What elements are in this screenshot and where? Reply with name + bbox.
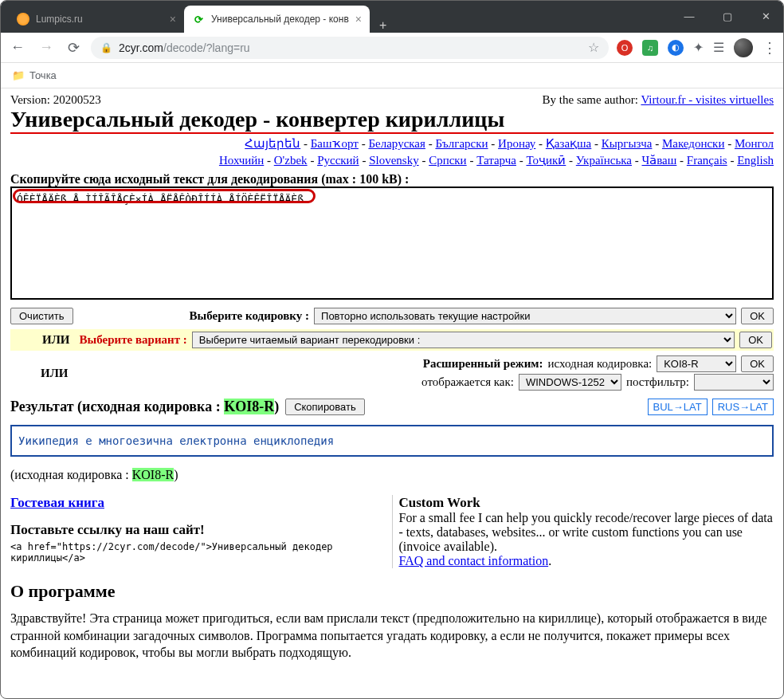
same-author-prefix: By the same author:	[543, 93, 641, 106]
address-bar[interactable]: 🔒 2cyr.com/decode/?lang=ru ☆	[91, 37, 609, 59]
lang-link[interactable]: Беларуская	[368, 137, 425, 150]
faq-link[interactable]: FAQ and contact information	[399, 554, 549, 567]
close-icon[interactable]: ×	[355, 13, 362, 26]
guestbook-link[interactable]: Гостевая книга	[10, 495, 104, 510]
menu-icon[interactable]: ⋮	[762, 39, 777, 57]
or-label: ИЛИ	[41, 367, 69, 380]
back-button[interactable]: ←	[7, 36, 28, 59]
lang-link[interactable]: Български	[435, 137, 488, 150]
bookmark-item[interactable]: Точка	[29, 69, 57, 81]
right-column: Custom Work For a small fee I can help y…	[399, 495, 774, 568]
lang-link[interactable]: Српски	[429, 154, 467, 167]
lang-link[interactable]: Українська	[576, 154, 632, 167]
tab-title: Lumpics.ru	[36, 14, 163, 25]
source-encoding-select[interactable]: KOI8-R	[657, 355, 736, 372]
maximize-icon[interactable]: ▢	[716, 10, 739, 22]
page-title: Универсальный декодер - конвертер кирилл…	[10, 107, 774, 134]
lang-link[interactable]: Чӑваш	[641, 154, 676, 167]
virtour-link[interactable]: Virtour.fr - visites virtuelles	[641, 93, 774, 106]
link-heading: Поставьте ссылку на наш сайт!	[10, 522, 386, 538]
extensions-area: O ♫ ◐ ✦ ☰ ⋮	[617, 38, 777, 57]
lang-link[interactable]: Slovensky	[369, 154, 419, 167]
lock-icon: 🔒	[100, 42, 112, 53]
input-instruction: Скопируйте сюда исходный текст для декод…	[10, 172, 774, 187]
encoding-label: Выберите кодировку :	[190, 309, 309, 323]
forward-button[interactable]: →	[36, 36, 57, 59]
ext-opera-icon[interactable]: O	[617, 40, 633, 56]
extensions-icon[interactable]: ✦	[693, 40, 704, 55]
ok-button[interactable]: OK	[741, 308, 774, 324]
lang-link[interactable]: Русский	[317, 154, 359, 167]
favicon-lumpics	[17, 13, 29, 26]
lang-link[interactable]: Башҡорт	[311, 137, 359, 150]
window-titlebar: Lumpics.ru × Универсальный декодер - кон…	[1, 1, 783, 33]
column-divider	[392, 495, 393, 568]
about-text: Здравствуйте! Эта страница может пригоди…	[10, 610, 774, 662]
copy-button[interactable]: Скопировать	[285, 399, 365, 415]
tab-title: Универсальный декодер - конв	[211, 14, 349, 25]
tab-lumpics[interactable]: Lumpics.ru ×	[9, 6, 184, 33]
ext-music-icon[interactable]: ♫	[642, 40, 658, 56]
link-code: <a href="https://2cyr.com/decode/">Униве…	[10, 541, 386, 564]
lang-link[interactable]: Français	[687, 154, 727, 167]
lang-link[interactable]: Нохчийн	[219, 154, 264, 167]
src-enc-label: исходная кодировка:	[548, 357, 653, 371]
ok-button[interactable]: OK	[741, 355, 774, 372]
bul-lat-button[interactable]: BUL→LAT	[648, 399, 708, 415]
or-label: ИЛИ	[42, 333, 70, 347]
variant-label: Выберите вариант :	[80, 333, 187, 347]
same-author: By the same author: Virtour.fr - visites…	[543, 93, 774, 107]
postfilter-label: постфильтр:	[626, 375, 689, 389]
lang-link[interactable]: Հայերեն	[245, 137, 300, 150]
favicon-decoder	[192, 13, 205, 26]
clear-button[interactable]: Очистить	[10, 308, 73, 324]
language-links: Հայերեն - Башҡорт - Беларуская - Българс…	[10, 135, 774, 169]
tab-strip: Lumpics.ru × Универсальный декодер - кон…	[1, 1, 396, 33]
ext-mode-label: Расширенный режим:	[423, 357, 543, 371]
about-heading: О программе	[10, 581, 774, 602]
minimize-icon[interactable]: —	[678, 10, 700, 22]
variant-select[interactable]: Выберите читаемый вариант перекодировки …	[192, 332, 735, 348]
window-controls: — ▢ ✕	[678, 1, 777, 31]
lang-link[interactable]: Тоҷикӣ	[526, 154, 566, 167]
close-window-icon[interactable]: ✕	[755, 10, 777, 22]
lang-link[interactable]: Кыргызча	[602, 137, 653, 150]
browser-toolbar: ← → ⟳ 🔒 2cyr.com/decode/?lang=ru ☆ O ♫ ◐…	[1, 33, 783, 63]
left-column: Гостевая книга Поставьте ссылку на наш с…	[10, 495, 386, 568]
lang-link[interactable]: English	[737, 154, 774, 167]
reload-button[interactable]: ⟳	[65, 36, 83, 60]
lang-link[interactable]: Қазақша	[546, 137, 591, 150]
display-as-label: отображается как:	[421, 375, 514, 389]
reading-list-icon[interactable]: ☰	[713, 40, 724, 55]
lang-link[interactable]: Татарча	[476, 154, 516, 167]
display-encoding-select[interactable]: WINDOWS-1252	[519, 374, 621, 391]
url-path: /decode/?lang=ru	[163, 41, 250, 54]
version-label: Version: 20200523	[10, 93, 101, 107]
source-textarea[interactable]	[10, 187, 774, 300]
page-content: Version: 20200523 By the same author: Vi…	[1, 88, 783, 662]
ok-button[interactable]: OK	[739, 332, 772, 348]
result-label: Результат (исходная кодировка : KOI8-R)	[10, 399, 279, 415]
source-encoding-note: (исходная кодировка : KOI8-R)	[10, 468, 774, 482]
custom-work-text: For a small fee I can help you quickly r…	[399, 511, 774, 554]
lang-link[interactable]: O'zbek	[274, 154, 308, 167]
lang-link[interactable]: Иронау	[498, 137, 535, 150]
close-icon[interactable]: ×	[170, 13, 176, 26]
result-output: Уикипедия е многоезична електронна енцик…	[10, 425, 774, 457]
postfilter-select[interactable]	[694, 374, 774, 391]
bookmarks-bar: 📁 Точка	[1, 63, 783, 88]
folder-icon: 📁	[12, 69, 25, 81]
tab-decoder[interactable]: Универсальный декодер - конв ×	[184, 6, 370, 33]
rus-lat-button[interactable]: RUS→LAT	[712, 399, 774, 415]
profile-avatar[interactable]	[734, 38, 753, 57]
bookmark-star-icon[interactable]: ☆	[588, 40, 599, 55]
new-tab-button[interactable]: +	[370, 18, 396, 33]
ext-globe-icon[interactable]: ◐	[668, 40, 684, 56]
lang-link[interactable]: Македонски	[662, 137, 725, 150]
url-domain: 2cyr.com	[119, 41, 163, 54]
custom-work-heading: Custom Work	[399, 495, 774, 511]
lang-link[interactable]: Монгол	[735, 137, 774, 150]
encoding-select[interactable]: Повторно использовать текущие настройки	[314, 308, 736, 324]
